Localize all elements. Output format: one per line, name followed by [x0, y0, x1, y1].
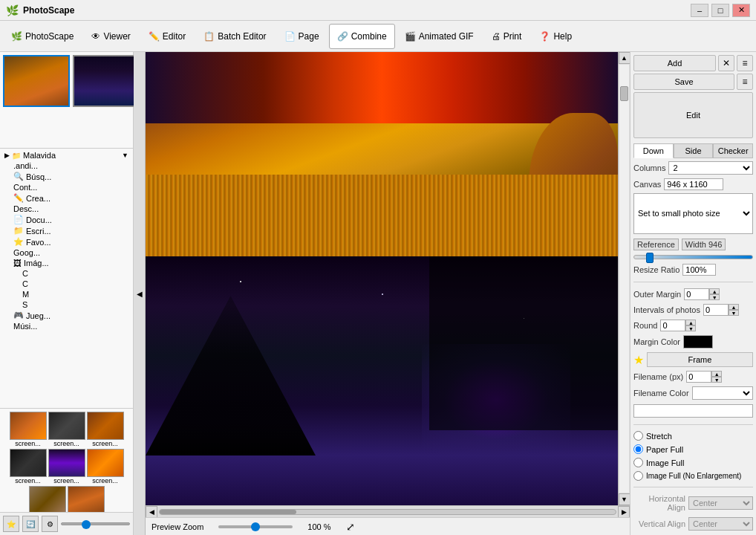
margin-color-swatch[interactable] — [683, 335, 713, 348]
canvas-size-input[interactable] — [664, 178, 723, 190]
tab-viewer[interactable]: 👁 Viewer — [83, 24, 138, 49]
h-align-row: Horizontal Align Center Left Right — [633, 494, 753, 512]
filename-spinner[interactable]: ▲ ▼ — [686, 371, 722, 383]
tab-page[interactable]: 📄 Page — [276, 24, 328, 49]
fullscreen-icon[interactable]: ⤢ — [346, 521, 355, 533]
filename-text-input[interactable] — [633, 404, 753, 418]
minimize-button[interactable]: – — [691, 4, 708, 17]
resize-ratio-input[interactable] — [682, 264, 716, 276]
h-align-select[interactable]: Center Left Right — [688, 496, 753, 510]
outer-margin-down[interactable]: ▼ — [709, 294, 720, 300]
tab-print[interactable]: 🖨 Print — [483, 24, 530, 49]
left-bottom-toolbar: ⭐ 🔄 ⚙ — [0, 512, 133, 535]
thumb-4[interactable]: screen... — [10, 449, 47, 484]
tree-item-c1[interactable]: C — [1, 268, 131, 279]
window-controls: – □ ✕ — [691, 4, 750, 17]
v-align-select[interactable]: Center Top Bottom — [688, 517, 753, 531]
columns-select[interactable]: 2 3 4 — [668, 161, 753, 175]
tab-photoscape[interactable]: 🌿 PhotoScape — [3, 24, 82, 49]
tree-item-5[interactable]: 📄Docu... — [1, 214, 131, 225]
scroll-down-arrow[interactable]: ▼ — [619, 493, 630, 505]
round-down[interactable]: ▼ — [685, 325, 696, 331]
tab-side[interactable]: Side — [674, 143, 714, 158]
intervals-down[interactable]: ▼ — [729, 310, 739, 316]
radio-paper-full-input[interactable] — [633, 444, 643, 454]
scroll-left-arrow[interactable]: ◀ — [146, 506, 157, 518]
tree-item-malavida[interactable]: ▶ 📁 Malavida ▼ — [1, 150, 131, 160]
round-spinner[interactable]: ▲ ▼ — [660, 320, 696, 331]
thumb-7[interactable]: screen... — [29, 486, 66, 512]
tree-item-m[interactable]: M — [1, 289, 131, 299]
thumb-2[interactable]: screen... — [48, 412, 85, 447]
tab-batch-editor[interactable]: 📋 Batch Editor — [195, 24, 274, 49]
frame-button[interactable]: Frame — [647, 352, 753, 367]
tool-btn-2[interactable]: 🔄 — [22, 516, 39, 532]
save-button[interactable]: Save — [633, 74, 734, 90]
h-scroll-track[interactable] — [159, 509, 616, 515]
tab-help[interactable]: ❓ Help — [531, 24, 580, 49]
h-scroll-thumb — [160, 510, 296, 514]
panel-collapse-button[interactable]: ◀ — [134, 52, 146, 535]
tree-item-c2[interactable]: C — [1, 279, 131, 289]
tab-combine[interactable]: 🔗 Combine — [329, 24, 395, 49]
tree-item-1[interactable]: 🔍Búsq... — [1, 171, 131, 182]
thumb-1[interactable]: screen... — [10, 412, 47, 447]
tree-item-imag[interactable]: 🖼Imág... — [1, 258, 131, 268]
tab-editor[interactable]: ✏️ Editor — [140, 24, 194, 49]
gif-icon: 🎬 — [405, 31, 416, 42]
thumb-3[interactable]: screen... — [87, 412, 124, 447]
reference-slider-row[interactable] — [633, 253, 753, 261]
radio-image-full-input[interactable] — [633, 458, 643, 467]
reference-slider[interactable] — [633, 255, 753, 259]
tree-item-s[interactable]: S — [1, 299, 131, 310]
tree-item-6[interactable]: 📁Escri... — [1, 225, 131, 236]
resize-ratio-label: Resize Ratio — [633, 265, 680, 274]
add-bars-icon[interactable]: ≡ — [737, 55, 753, 71]
outer-margin-spinner[interactable]: ▲ ▼ — [684, 288, 720, 300]
tool-btn-3[interactable]: ⚙ — [42, 516, 58, 532]
horizontal-scrollbar[interactable]: ◀ ▶ — [146, 505, 630, 517]
close-button[interactable]: ✕ — [732, 4, 750, 17]
thumbnail-top-2[interactable] — [73, 55, 140, 107]
scroll-track[interactable] — [619, 64, 630, 493]
round-up[interactable]: ▲ — [685, 320, 696, 325]
tree-item-0[interactable]: .andi... — [1, 160, 131, 171]
radio-stretch-input[interactable] — [633, 431, 643, 441]
add-button[interactable]: Add — [633, 55, 716, 71]
tree-item-8[interactable]: Goog... — [1, 247, 131, 258]
thumb-8[interactable]: screen... — [68, 486, 105, 512]
thumb-6[interactable]: screen... — [87, 449, 124, 484]
scroll-right-arrow[interactable]: ▶ — [618, 506, 630, 518]
tree-item-7[interactable]: ⭐Favo... — [1, 236, 131, 247]
size-preset-select[interactable]: Set to small photo size — [633, 193, 753, 235]
maximize-button[interactable]: □ — [711, 4, 729, 17]
intervals-up[interactable]: ▲ — [729, 304, 739, 310]
save-bars-icon[interactable]: ≡ — [737, 74, 753, 90]
title-bar: 🌿 PhotoScape – □ ✕ — [0, 0, 756, 21]
tool-btn-1[interactable]: ⭐ — [3, 516, 19, 532]
tree-item-musi[interactable]: Músi... — [1, 321, 131, 331]
intervals-spinner[interactable]: ▲ ▼ — [703, 304, 739, 316]
vertical-scrollbar[interactable]: ▲ ▼ — [618, 52, 630, 505]
edit-button[interactable]: Edit — [633, 92, 753, 138]
file-tree: ▶ 📁 Malavida ▼ .andi... 🔍Búsq... Cont...… — [0, 149, 133, 408]
thumbnail-top-1[interactable] — [3, 55, 70, 107]
star-icon[interactable]: ★ — [633, 353, 644, 367]
tab-down[interactable]: Down — [633, 143, 674, 158]
tree-item-2[interactable]: Cont... — [1, 182, 131, 192]
tab-checker[interactable]: Checker — [713, 143, 753, 158]
filename-color-select[interactable] — [692, 386, 753, 400]
radio-no-enlarge-input[interactable] — [633, 471, 643, 481]
tree-item-jueg[interactable]: 🎮Jueg... — [1, 310, 131, 321]
add-x-icon[interactable]: ✕ — [718, 55, 734, 71]
tree-item-4[interactable]: Desc... — [1, 204, 131, 214]
scroll-up-arrow[interactable]: ▲ — [619, 52, 630, 64]
filename-down[interactable]: ▼ — [711, 377, 722, 383]
tab-animated-gif[interactable]: 🎬 Animated GIF — [397, 24, 482, 49]
outer-margin-up[interactable]: ▲ — [709, 288, 720, 294]
canvas-row: Canvas — [633, 178, 753, 190]
thumb-5[interactable]: screen... — [48, 449, 85, 484]
filename-up[interactable]: ▲ — [711, 371, 722, 377]
zoom-slider[interactable] — [218, 525, 293, 528]
tree-item-3[interactable]: ✏️Crea... — [1, 192, 131, 204]
